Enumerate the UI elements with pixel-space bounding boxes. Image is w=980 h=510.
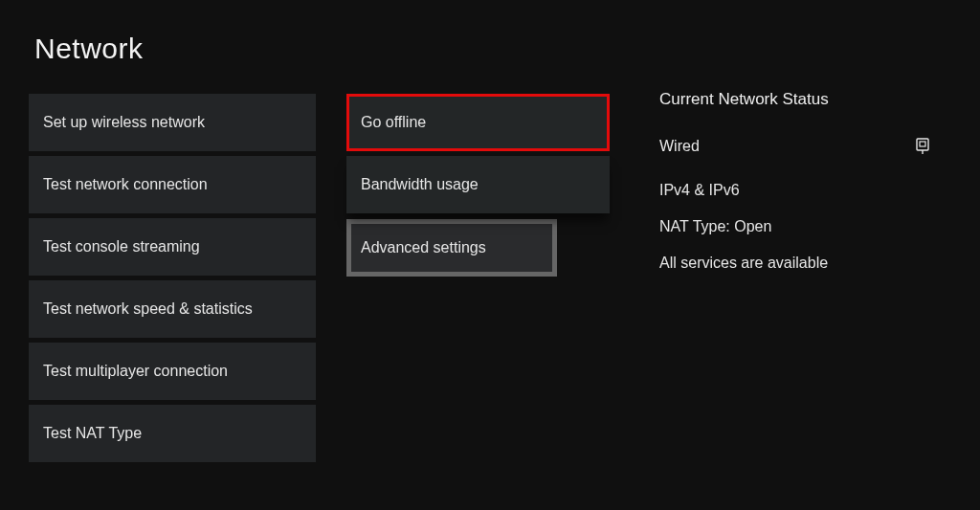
status-ipinfo: IPv4 & IPv6 [659, 182, 947, 199]
status-connection-row: Wired [659, 138, 929, 155]
status-nat: NAT Type: Open [659, 218, 947, 235]
tile-test-connection[interactable]: Test network connection [29, 156, 316, 213]
svg-rect-0 [917, 139, 928, 150]
page-title: Network [34, 33, 144, 65]
tile-test-speed[interactable]: Test network speed & statistics [29, 280, 316, 338]
column-actions: Go offline Bandwidth usage Advanced sett… [346, 94, 610, 281]
tile-bandwidth-usage[interactable]: Bandwidth usage [346, 156, 610, 213]
tile-test-streaming[interactable]: Test console streaming [29, 218, 316, 276]
status-connection-label: Wired [659, 138, 700, 155]
column-status: Current Network Status Wired IPv4 & IPv6… [659, 90, 947, 291]
status-services: All services are available [659, 255, 947, 272]
tile-advanced-settings[interactable]: Advanced settings [346, 219, 557, 277]
tile-test-multiplayer[interactable]: Test multiplayer connection [29, 343, 316, 400]
tile-setup-wireless[interactable]: Set up wireless network [29, 94, 316, 151]
svg-rect-1 [920, 142, 925, 146]
tile-go-offline[interactable]: Go offline [346, 94, 610, 151]
column-tests: Set up wireless network Test network con… [29, 94, 316, 467]
status-heading: Current Network Status [659, 90, 947, 109]
ethernet-icon [916, 138, 929, 155]
tile-test-nat[interactable]: Test NAT Type [29, 405, 316, 462]
